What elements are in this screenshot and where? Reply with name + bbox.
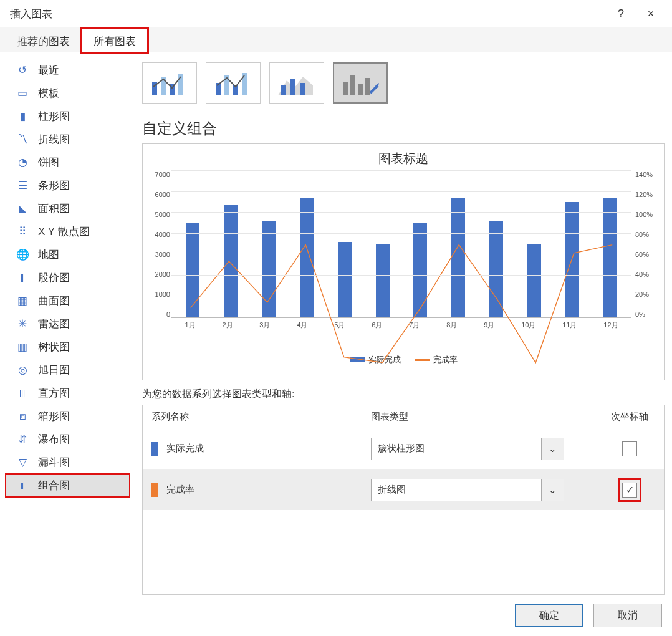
sidebar-item-funnel[interactable]: ▽漏斗图 [5,451,130,474]
box-icon: ⧈ [16,410,29,423]
sidebar-item-histogram[interactable]: ⫼直方图 [5,382,130,405]
sidebar-item-sunburst[interactable]: ◎旭日图 [5,359,130,382]
column-icon: ▮ [16,110,29,123]
sidebar-item-stock[interactable]: ⫿股价图 [5,266,130,289]
sidebar-item-label: 树状图 [38,340,70,354]
ok-button[interactable]: 确定 [515,604,583,627]
chart-type-sidebar: ↺最近▭模板▮柱形图〽折线图◔饼图☰条形图◣面积图⠿X Y 散点图🌐地图⫿股价图… [5,59,130,595]
sidebar-item-column[interactable]: ▮柱形图 [5,105,130,128]
sidebar-item-label: 组合图 [38,478,70,493]
sidebar-item-label: 瀑布图 [38,432,70,446]
chart-title: 图表标题 [150,148,656,171]
plot-area: 1月2月3月4月5月6月7月8月9月10月11月12月 [171,171,631,318]
undo-icon: ↺ [16,64,29,77]
tab-all-charts[interactable]: 所有图表 [82,29,148,52]
svg-rect-13 [350,75,355,95]
waterfall-icon: ⇵ [16,433,29,446]
radar-icon: ✳ [16,317,29,331]
section-title: 自定义组合 [142,118,665,138]
sidebar-item-label: 旭日图 [38,363,70,377]
area-icon: ◣ [16,202,29,216]
combo-icon [212,68,254,98]
sidebar-item-map[interactable]: 🌐地图 [5,243,130,266]
dialog-title: 插入图表 [10,7,52,21]
sidebar-item-label: 最近 [38,63,59,77]
scatter-icon: ⠿ [16,225,29,239]
sidebar-item-undo[interactable]: ↺最近 [5,59,130,82]
sidebar-item-label: 饼图 [38,155,59,170]
close-button[interactable]: × [636,0,666,27]
sidebar-item-label: 柱形图 [38,109,70,123]
stock-icon: ⫿ [16,271,29,285]
sidebar-item-label: 曲面图 [38,294,70,308]
cancel-button[interactable]: 取消 [593,604,662,627]
svg-rect-15 [365,78,370,95]
sidebar-item-waterfall[interactable]: ⇵瀑布图 [5,428,130,451]
dialog-footer: 确定 取消 [0,595,672,636]
sidebar-item-label: 折线图 [38,132,70,147]
svg-rect-11 [300,83,305,95]
sidebar-item-area[interactable]: ◣面积图 [5,197,130,220]
bar-icon: ☰ [16,179,29,193]
sidebar-item-scatter[interactable]: ⠿X Y 散点图 [5,220,130,243]
sidebar-item-label: X Y 散点图 [38,224,90,239]
sidebar-item-label: 条形图 [38,178,70,193]
sidebar-item-line[interactable]: 〽折线图 [5,128,130,151]
pie-icon: ◔ [16,156,29,170]
sidebar-item-label: 箱形图 [38,409,70,423]
svg-rect-10 [290,79,295,95]
svg-rect-9 [281,85,286,95]
sidebar-item-label: 股价图 [38,271,70,285]
sidebar-item-combo[interactable]: ⫾组合图 [5,474,130,497]
combo-subtype-1[interactable] [142,62,197,104]
y-axis-left: 70006000500040003000200010000 [145,171,170,318]
treemap-icon: ▥ [16,340,29,354]
sidebar-item-label: 雷达图 [38,317,70,331]
histogram-icon: ⫼ [16,387,29,400]
sidebar-item-radar[interactable]: ✳雷达图 [5,312,130,335]
sidebar-item-label: 模板 [38,86,59,100]
series-color-swatch [151,483,158,497]
main-panel: 自定义组合 图表标题 70006000500040003000200010000… [135,59,665,595]
combo-subtype-2[interactable] [206,62,261,104]
combo-subtype-3[interactable] [269,62,324,104]
sidebar-item-label: 直方图 [38,386,70,400]
tab-bar: 推荐的图表 所有图表 [0,27,672,52]
sidebar-item-label: 漏斗图 [38,455,70,470]
sidebar-item-surface[interactable]: ▦曲面图 [5,289,130,312]
combo-subtype-row [142,59,665,118]
funnel-icon: ▽ [16,456,29,470]
custom-combo-icon [339,68,382,98]
sidebar-item-folder[interactable]: ▭模板 [5,82,130,105]
chart-preview: 图表标题 70006000500040003000200010000 140%1… [142,143,665,380]
y-axis-right: 140%120%100%80%60%40%20%0% [635,171,660,318]
line-icon: 〽 [16,133,29,147]
combo-icon: ⫾ [16,479,29,493]
sunburst-icon: ◎ [16,364,29,377]
series-color-swatch [151,442,158,456]
sidebar-item-treemap[interactable]: ▥树状图 [5,335,130,359]
folder-icon: ▭ [16,87,29,100]
sidebar-item-label: 地图 [38,248,59,262]
sidebar-item-pie[interactable]: ◔饼图 [5,151,130,174]
sidebar-item-box[interactable]: ⧈箱形图 [5,405,130,428]
combo-icon [148,68,191,98]
combo-subtype-custom[interactable] [333,62,388,104]
titlebar: 插入图表 ? × [0,0,672,27]
insert-chart-dialog: 插入图表 ? × 推荐的图表 所有图表 ↺最近▭模板▮柱形图〽折线图◔饼图☰条形… [0,0,672,636]
combo-icon [276,68,318,98]
svg-rect-14 [358,84,363,95]
help-button[interactable]: ? [606,0,636,27]
sidebar-item-bar[interactable]: ☰条形图 [5,174,130,197]
map-icon: 🌐 [16,248,29,262]
sidebar-item-label: 面积图 [38,201,70,216]
surface-icon: ▦ [16,294,29,308]
tab-recommended[interactable]: 推荐的图表 [5,29,82,52]
svg-rect-12 [343,82,348,95]
